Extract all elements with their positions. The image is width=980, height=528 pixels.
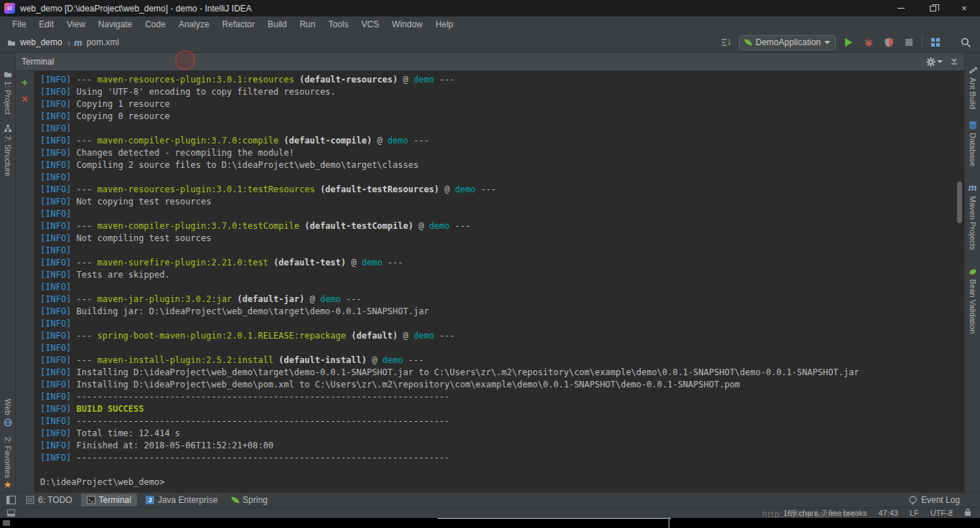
menu-item-file[interactable]: File — [6, 16, 32, 32]
restore-button[interactable] — [917, 0, 948, 16]
sidebar-item-bean-validation[interactable]: Bean Validation — [969, 268, 977, 334]
sidebar-item-structure[interactable]: 7: Structure — [4, 124, 12, 176]
hide-tool-window-button[interactable] — [950, 57, 958, 67]
bottom-tool-window-bar: 6: TODO Terminal J Java Enterprise Sprin… — [0, 492, 980, 507]
terminal-line: [INFO] — [40, 281, 958, 293]
taskbar-artifact-line — [438, 518, 671, 519]
menu-item-window[interactable]: Window — [385, 16, 429, 32]
breadcrumb-project[interactable]: web_demo — [19, 37, 64, 47]
menu-item-edit[interactable]: Edit — [32, 16, 60, 32]
coverage-button[interactable] — [882, 35, 896, 50]
hide-icon — [950, 57, 958, 65]
terminal-line: [INFO] Tests are skipped. — [40, 269, 958, 281]
spring-boot-icon — [745, 38, 753, 46]
tab-label: Terminal — [99, 495, 131, 505]
sidebar-item-favorites[interactable]: 2: Favorites ★ — [4, 437, 12, 489]
terminal-line: [INFO] — [40, 208, 958, 220]
terminal-line: [INFO] — [40, 342, 958, 354]
taskbar-artifact-line — [669, 518, 669, 528]
sidebar-item-maven-projects[interactable]: m Maven Projects — [969, 182, 977, 250]
search-icon — [961, 37, 971, 48]
close-session-button[interactable]: × — [22, 95, 27, 103]
left-tool-window-stripe: 1: Project 7: Structure Web 2: Favorites… — [0, 53, 16, 492]
chevron-down-icon — [937, 60, 943, 63]
close-button[interactable]: × — [948, 0, 980, 16]
stop-icon — [905, 39, 913, 46]
title-bar: IJ web_demo [D:\ideaProject\web_demo] - … — [0, 0, 980, 16]
maven-file-icon: m — [74, 37, 83, 48]
status-toggle-icon[interactable] — [6, 509, 16, 517]
terminal-line: [INFO] Changes detected - recompiling th… — [40, 147, 958, 159]
tab-terminal[interactable]: Terminal — [81, 494, 137, 506]
globe-icon — [4, 418, 12, 427]
lock-icon[interactable] — [964, 508, 971, 518]
tab-spring[interactable]: Spring — [226, 494, 273, 506]
line-separator-indicator[interactable]: LF — [910, 509, 919, 517]
chevron-down-icon — [824, 41, 830, 44]
menu-item-help[interactable]: Help — [429, 16, 460, 32]
sidebar-item-web[interactable]: Web — [4, 399, 12, 426]
sidebar-item-database[interactable]: Database — [969, 121, 977, 166]
run-config-combo[interactable]: DemoApplication — [739, 35, 836, 50]
event-log-button[interactable]: Event Log — [908, 495, 976, 505]
file-encoding-indicator[interactable]: UTF-8 — [930, 509, 953, 517]
scrollbar-thumb[interactable] — [957, 182, 962, 223]
caret-position[interactable]: 47:43 — [878, 509, 898, 517]
menu-item-vcs[interactable]: VCS — [355, 16, 386, 32]
stop-button[interactable] — [902, 35, 916, 50]
menu-item-navigate[interactable]: Navigate — [92, 16, 138, 32]
run-button[interactable] — [842, 35, 856, 50]
terminal-line: [INFO] Not copying test resources — [40, 196, 958, 208]
terminal-line: [INFO] Installing D:\ideaProject\web_dem… — [40, 367, 958, 379]
new-session-button[interactable]: + — [22, 77, 28, 87]
terminal-line: [INFO] Finished at: 2018-05-06T11:52:21+… — [40, 440, 958, 452]
gear-icon — [926, 57, 936, 67]
ant-icon — [969, 66, 977, 75]
tab-label: Java Enterprise — [158, 495, 217, 505]
project-icon — [7, 39, 16, 47]
sidebar-item-ant-build[interactable]: Ant Build — [969, 66, 977, 109]
selection-info: 169 chars, 7 line breaks — [783, 509, 867, 517]
play-icon — [845, 38, 852, 47]
menu-bar: File Edit View Navigate Code Analyze Ref… — [0, 16, 980, 32]
terminal-line: [INFO] BUILD SUCCESS — [40, 403, 958, 415]
terminal-settings-button[interactable] — [926, 57, 943, 67]
database-icon — [969, 121, 977, 130]
terminal-title: Terminal — [22, 57, 54, 67]
terminal-line: [INFO] --- spring-boot-maven-plugin:2.0.… — [40, 330, 958, 342]
terminal-line: [INFO] — [40, 123, 958, 135]
breadcrumb-file[interactable]: pom.xml — [85, 37, 121, 47]
menu-item-analyze[interactable]: Analyze — [172, 16, 216, 32]
terminal-line: [INFO] — [40, 318, 958, 330]
menu-item-refactor[interactable]: Refactor — [216, 16, 261, 32]
terminal-line: [INFO] Total time: 12.414 s — [40, 428, 958, 440]
search-everywhere-button[interactable] — [958, 35, 973, 50]
terminal-line: D:\ideaProject\web_demo> — [40, 476, 958, 489]
tool-window-switcher-icon[interactable] — [4, 494, 17, 506]
debug-button[interactable] — [862, 35, 876, 50]
minimize-button[interactable] — [885, 0, 917, 16]
stripe-label: 7: Structure — [4, 136, 12, 176]
tab-label: 6: TODO — [38, 495, 72, 505]
menu-item-code[interactable]: Code — [138, 16, 172, 32]
menu-item-build[interactable]: Build — [261, 16, 293, 32]
maven-icon: m — [969, 182, 977, 193]
stripe-label: 2: Favorites — [4, 437, 12, 478]
sidebar-item-project[interactable]: 1: Project — [4, 70, 12, 114]
restore-icon — [930, 6, 936, 11]
toolbar-separator — [922, 37, 923, 48]
stripe-label: Database — [969, 133, 977, 166]
terminal-line: [INFO] Installing D:\ideaProject\web_dem… — [40, 379, 958, 391]
menu-item-view[interactable]: View — [60, 16, 92, 32]
java-enterprise-icon: J — [146, 496, 154, 504]
menu-item-run[interactable]: Run — [293, 16, 322, 32]
tab-todo[interactable]: 6: TODO — [20, 494, 78, 506]
project-tool-icon — [4, 70, 12, 78]
todo-icon — [26, 496, 34, 504]
terminal-header: Terminal — [16, 53, 964, 71]
cursor-highlight-artifact — [175, 50, 195, 70]
tab-java-enterprise[interactable]: J Java Enterprise — [140, 494, 223, 506]
sync-icon[interactable] — [719, 35, 733, 50]
menu-item-tools[interactable]: Tools — [322, 16, 355, 32]
grid-icon[interactable] — [928, 35, 943, 50]
